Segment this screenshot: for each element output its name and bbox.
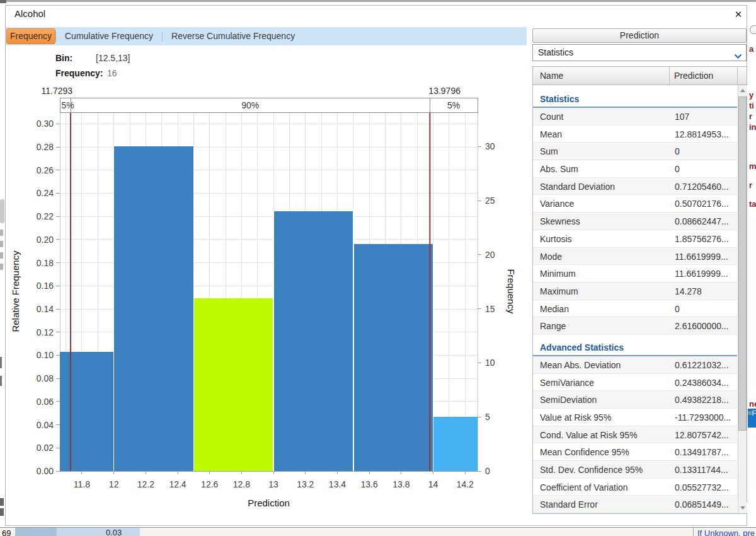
stat-name: SemiDeviation <box>540 395 597 405</box>
table-row[interactable]: Standard Error0.06851449... <box>533 496 737 513</box>
scroll-down-button[interactable] <box>738 503 747 513</box>
y-axis-tick-label: 0.22 <box>37 211 54 221</box>
stat-name: Standard Error <box>540 499 598 510</box>
table-row[interactable]: Sum0 <box>533 143 737 160</box>
table-row[interactable]: Mean Confidence 95%0.13491787... <box>533 443 737 461</box>
statistics-dropdown[interactable]: Statistics <box>532 44 747 61</box>
table-row[interactable]: Cond. Value at Risk 95%12.8075742... <box>533 426 737 444</box>
table-row[interactable]: Coefficient of Variation0.05527732... <box>533 479 737 496</box>
y2-axis-tick-label: 0 <box>485 466 490 476</box>
y2-axis-tick-label: 30 <box>485 141 495 151</box>
table-row[interactable]: Std. Dev. Confidence 95%0.13311744... <box>533 461 737 479</box>
column-header-prediction[interactable]: Prediction <box>674 67 713 84</box>
stat-value: 0.71205460... <box>675 182 729 192</box>
y-axis-tick-label: 0.14 <box>37 304 54 314</box>
y2-axis-tick-label: 10 <box>485 358 495 368</box>
table-row[interactable]: SemiDeviation0.49382218... <box>533 391 737 409</box>
bg-fragment <box>0 241 3 247</box>
tab-frequency[interactable]: Frequency <box>6 28 55 44</box>
y-axis-tick-label: 0.18 <box>37 258 54 268</box>
tab-cumulative-frequency[interactable]: Cumulative Frequency <box>56 27 162 45</box>
histogram-bar[interactable] <box>60 352 114 471</box>
bg-fragment: r <box>749 180 752 190</box>
x-axis-tick-label: 14.2 <box>457 479 474 489</box>
stat-name: Cond. Value at Risk 95% <box>540 430 638 440</box>
stat-name: Median <box>540 304 569 314</box>
x-axis-tick-label: 12.4 <box>169 479 186 489</box>
stat-value: 12.8814953... <box>675 129 729 139</box>
band-label: 5% <box>447 100 460 110</box>
table-row[interactable]: Median0 <box>533 300 737 318</box>
tab-reverse-cumulative-frequency[interactable]: Reverse Cumulative Frequency <box>163 27 304 45</box>
chevron-down-icon <box>734 50 742 62</box>
stat-value: 11.6619999... <box>675 269 728 279</box>
stat-name: Mean Confidence 95% <box>540 447 629 457</box>
stat-name: Variance <box>540 199 574 209</box>
bg-fragment <box>0 252 3 259</box>
histogram-bar[interactable] <box>273 211 353 471</box>
bg-fragment <box>0 0 6 3</box>
stat-value: 14.278 <box>675 286 702 296</box>
y-axis-tick-label: 0.00 <box>37 466 54 476</box>
scroll-up-button[interactable] <box>738 85 747 96</box>
bg-fragment <box>0 508 4 516</box>
table-section-header: Advanced Statistics <box>533 335 737 356</box>
histogram-bar-selected[interactable] <box>193 298 273 471</box>
bg-fragment: y <box>749 90 753 100</box>
frequency-label: Frequency: <box>55 68 103 78</box>
y2-axis-tick-label: 20 <box>485 250 495 260</box>
x-axis-tick-label: 13.2 <box>297 479 314 489</box>
bin-value: [12.5,13] <box>96 53 130 63</box>
bg-fragment: r <box>749 112 752 121</box>
y-axis-tick-label: 0.08 <box>37 373 54 383</box>
stat-value: 0.13491787... <box>675 447 729 457</box>
y-axis-tick-label: 0.30 <box>37 119 54 129</box>
histogram-chart: 5%90%5%11.729313.97960.000.020.040.060.0… <box>6 82 527 523</box>
x-axis-tick-label: 12 <box>109 479 119 489</box>
table-row[interactable]: Mean Abs. Deviation0.61221032... <box>533 356 737 374</box>
stat-value: -11.7293000... <box>675 412 731 422</box>
histogram-bar[interactable] <box>353 244 433 471</box>
table-scrollbar[interactable] <box>738 85 747 513</box>
histogram-bar[interactable] <box>114 146 194 471</box>
bg-fragment <box>750 25 756 34</box>
table-row[interactable]: SemiVariance0.24386034... <box>533 374 737 392</box>
table-row[interactable]: Maximum14.278 <box>533 283 737 300</box>
stat-name: Std. Dev. Confidence 95% <box>540 465 643 475</box>
y-axis-tick-label: 0.04 <box>37 420 54 430</box>
stat-name: Range <box>540 321 566 331</box>
table-row[interactable]: Kurtosis1.85756276... <box>533 230 737 248</box>
y-axis-title: Relative Frequency <box>10 250 21 332</box>
stat-value: 11.6619999... <box>675 252 728 262</box>
y-axis-tick-label: 0.10 <box>37 350 54 360</box>
table-row[interactable]: Count107 <box>533 108 737 125</box>
bg-fragment: in <box>749 122 756 132</box>
table-row[interactable]: Mode11.6619999... <box>533 248 737 265</box>
table-row[interactable]: Abs. Sum0 <box>533 160 737 178</box>
table-row[interactable]: Value at Risk 95%-11.7293000... <box>533 409 737 426</box>
bg-fragment: ti <box>749 101 754 110</box>
scrollbar-thumb[interactable] <box>738 96 747 431</box>
histogram-bar[interactable] <box>433 417 478 471</box>
stat-value: 0 <box>675 304 680 314</box>
stat-name: Mean Abs. Deviation <box>540 360 621 370</box>
background-window-row: 69 0.03 If Unknown, pre <box>0 527 756 536</box>
stat-name: Abs. Sum <box>540 164 578 174</box>
bg-cell <box>15 528 57 536</box>
stat-value: 0.49382218... <box>675 395 729 405</box>
table-row[interactable]: Mean12.8814953... <box>533 125 737 143</box>
bg-fragment: a <box>749 44 753 54</box>
stat-value: 0 <box>675 164 680 174</box>
table-row[interactable]: Standard Deviation0.71205460... <box>533 178 737 195</box>
bg-fragment: =F <box>748 409 756 428</box>
stat-name: Minimum <box>540 269 576 279</box>
column-header-name[interactable]: Name <box>540 67 563 84</box>
stat-name: Skewness <box>540 216 580 226</box>
table-row[interactable]: Range2.61600000... <box>533 317 737 335</box>
close-icon[interactable]: ✕ <box>731 7 746 22</box>
table-row[interactable]: Minimum11.6619999... <box>533 265 737 283</box>
dropdown-value: Statistics <box>538 45 573 61</box>
table-row[interactable]: Variance0.50702176... <box>533 195 737 213</box>
bg-row-number: 69 <box>2 528 11 536</box>
table-row[interactable]: Skewness0.08662447... <box>533 213 737 230</box>
